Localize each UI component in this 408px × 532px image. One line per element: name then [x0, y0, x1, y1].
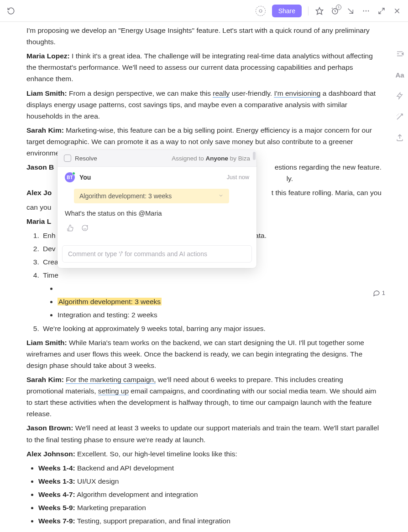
- list-item: Integration and testing: 2 weeks: [58, 309, 382, 320]
- excerpt-chip[interactable]: Algorithm development: 3 weeks: [74, 189, 229, 203]
- timeline-text: UI/UX design: [75, 477, 119, 485]
- emoji-icon[interactable]: [81, 224, 89, 232]
- svg-point-4: [366, 10, 366, 11]
- magic-icon[interactable]: [395, 112, 404, 121]
- underlined-text: For the marketing campaign,: [66, 376, 156, 384]
- highlighted-text[interactable]: Algorithm development: 3 weeks: [58, 298, 162, 305]
- paragraph: Does this look feasible to everyone?: [26, 529, 382, 532]
- sub-list: Algorithm development: 3 weeks Integrati…: [43, 283, 382, 320]
- comment-popup: Resolve Assigned to Anyone by Biza BT Yo…: [58, 150, 256, 268]
- popup-scrollbar[interactable]: [253, 152, 256, 266]
- avatar: BT: [65, 172, 75, 182]
- reminder-icon[interactable]: 1: [330, 6, 340, 15]
- timeline-label: Weeks 1-4:: [38, 464, 75, 472]
- divider: [308, 6, 309, 15]
- resolve-checkbox[interactable]: [64, 155, 71, 162]
- record-icon[interactable]: [256, 6, 266, 16]
- paragraph: I'm proposing we develop an "Energy Usag…: [26, 25, 382, 47]
- paragraph: Jason Brown: We'll need at least 3 weeks…: [26, 422, 382, 445]
- assigned-to[interactable]: Assigned to Anyone by Biza: [172, 155, 250, 162]
- like-icon[interactable]: [67, 224, 75, 232]
- list-item: Weeks 1-4: Backend and API development: [38, 462, 382, 474]
- document-body: I'm proposing we develop an "Energy Usag…: [0, 25, 408, 532]
- paragraph: Sarah Kim: For the marketing campaign, w…: [26, 374, 382, 419]
- speaker-label: Maria Lopez:: [26, 52, 70, 60]
- text: While Maria's team works on the backend,…: [26, 339, 364, 369]
- typography-icon[interactable]: Aa: [395, 70, 404, 79]
- list-item: We're looking at approximately 9 weeks t…: [41, 323, 382, 334]
- speaker-label: Jason Brown:: [26, 424, 73, 432]
- popup-body: BT You Just now Algorithm development: 3…: [58, 167, 256, 242]
- comment-text: What's the status on this @Maria: [65, 210, 249, 217]
- speaker-label: Alex Johnson:: [26, 450, 75, 458]
- svg-point-5: [368, 10, 369, 11]
- list-item: Weeks 4-7: Algorithm development and int…: [38, 489, 382, 500]
- speaker-label: Alex Jo: [26, 189, 52, 196]
- underlined-text: setting up: [98, 387, 129, 395]
- svg-marker-1: [316, 7, 323, 14]
- topbar-left: [6, 6, 16, 15]
- share-button[interactable]: Share: [272, 5, 302, 17]
- close-icon[interactable]: [392, 6, 402, 15]
- timeline-text: Algorithm development and integration: [75, 491, 198, 498]
- upload-icon[interactable]: [395, 133, 404, 142]
- text: We'll need at least 3 weeks to update ou…: [26, 424, 379, 443]
- list-item: Time Algorithm development: 3 weeks Inte…: [41, 269, 382, 320]
- speaker-label: Sarah Kim:: [26, 126, 64, 134]
- topbar: Share 1: [0, 0, 408, 22]
- underlined-text: I'm envisioning: [274, 89, 320, 98]
- timeline-text: Marketing preparation: [75, 504, 146, 511]
- comment-count-indicator[interactable]: 1: [373, 289, 385, 296]
- list-item: Weeks 7-9: Testing, support preparation,…: [38, 515, 382, 527]
- text: ly.: [287, 175, 293, 182]
- resolve-control[interactable]: Resolve: [64, 155, 97, 162]
- reply-input[interactable]: Comment or type '/' for commands and AI …: [62, 245, 252, 263]
- list-item: [58, 283, 382, 294]
- reminder-badge: 1: [336, 5, 341, 10]
- paragraph: Liam Smith: From a design perspective, w…: [26, 88, 382, 122]
- download-icon[interactable]: [346, 6, 355, 15]
- list-item: Algorithm development: 3 weeks: [58, 296, 382, 307]
- comment-time: Just now: [227, 174, 249, 181]
- comment-count-value: 1: [382, 289, 385, 296]
- paragraph: Maria Lopez: I think it's a great idea. …: [26, 50, 382, 84]
- topbar-right: Share 1: [256, 5, 402, 17]
- text: user-friendly.: [230, 89, 274, 97]
- author-name: You: [79, 174, 91, 181]
- timeline-text: Backend and API development: [75, 464, 174, 472]
- star-icon[interactable]: [315, 6, 324, 15]
- timeline-label: Weeks 5-9:: [38, 504, 75, 511]
- chevron-down-icon[interactable]: [218, 193, 224, 200]
- expand-icon[interactable]: [377, 6, 386, 15]
- speaker-label: Jason B: [26, 163, 54, 171]
- comment-icon: [373, 289, 380, 296]
- text: estions regarding the new feature.: [275, 161, 382, 173]
- svg-point-3: [363, 10, 364, 11]
- comment-author-row: BT You Just now: [65, 172, 249, 182]
- text: Excellent. So, our high-level timeline l…: [75, 450, 237, 458]
- indent-icon[interactable]: [395, 49, 404, 58]
- speaker-label: Liam Smith:: [26, 339, 67, 346]
- speaker-label: Maria L: [26, 217, 51, 225]
- paragraph: Alex Johnson: Excellent. So, our high-le…: [26, 448, 382, 460]
- timeline-label: Weeks 1-3:: [38, 477, 75, 485]
- lightning-icon[interactable]: [395, 91, 404, 100]
- timeline-list: Weeks 1-4: Backend and API developmentWe…: [26, 462, 382, 527]
- speaker-label: Liam Smith:: [26, 89, 67, 97]
- popup-header: Resolve Assigned to Anyone by Biza: [58, 150, 256, 167]
- history-icon[interactable]: [6, 6, 16, 15]
- text: t this feature rolling. Maria, can you: [272, 187, 382, 198]
- text: I think it's a great idea. The challenge…: [26, 52, 373, 83]
- underlined-text: really: [213, 89, 230, 98]
- side-panel: Aa: [392, 49, 408, 142]
- timeline-text: Testing, support preparation, and final …: [75, 517, 230, 525]
- more-icon[interactable]: [361, 6, 371, 15]
- list-item: Weeks 1-3: UI/UX design: [38, 475, 382, 487]
- resolve-label: Resolve: [75, 155, 97, 162]
- timeline-label: Weeks 4-7:: [38, 491, 75, 498]
- reactions-row: [65, 224, 249, 238]
- presence-indicator: [72, 172, 75, 175]
- excerpt-text: Algorithm development: 3 weeks: [79, 192, 172, 200]
- speaker-label: Sarah Kim:: [26, 376, 64, 383]
- text: From a design perspective, we can make t…: [67, 89, 213, 97]
